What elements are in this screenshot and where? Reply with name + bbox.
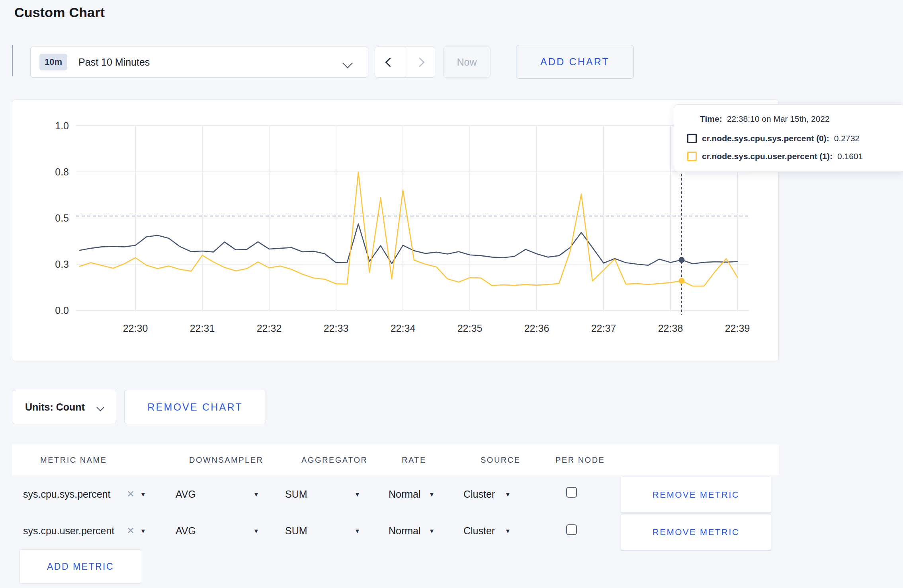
svg-text:22:39: 22:39	[725, 323, 750, 334]
remove-chart-button[interactable]: REMOVE CHART	[124, 390, 266, 424]
dropdown-caret-icon[interactable]: ▼	[505, 528, 511, 534]
tooltip-time-value: 22:38:10 on Mar 15th, 2022	[727, 114, 830, 124]
svg-text:22:32: 22:32	[257, 323, 282, 334]
tooltip-time-label: Time:	[700, 114, 722, 124]
col-header-downsampler: DOWNSAMPLER	[189, 444, 263, 475]
rate-select[interactable]: Normal	[389, 489, 421, 500]
next-time-button[interactable]	[405, 47, 435, 77]
svg-text:22:36: 22:36	[524, 323, 549, 334]
time-range-select[interactable]: 10m Past 10 Minutes	[30, 47, 368, 78]
dropdown-caret-icon[interactable]: ▼	[140, 528, 146, 534]
aggregator-select[interactable]: SUM	[285, 525, 307, 537]
dropdown-caret-icon[interactable]: ▼	[354, 528, 360, 534]
source-select[interactable]: Cluster	[463, 489, 495, 500]
metrics-table-header: METRIC NAME DOWNSAMPLER AGGREGATOR RATE …	[12, 444, 779, 475]
tooltip-series-label: cr.node.sys.cpu.user.percent (1):	[702, 152, 833, 161]
dropdown-caret-icon[interactable]: ▼	[140, 491, 146, 498]
rate-select[interactable]: Normal	[389, 525, 421, 537]
svg-text:22:30: 22:30	[123, 323, 148, 334]
clear-metric-icon[interactable]: ✕	[127, 525, 135, 536]
aggregator-select[interactable]: SUM	[285, 489, 307, 500]
page-title: Custom Chart	[14, 5, 105, 20]
clear-metric-icon[interactable]: ✕	[127, 489, 135, 500]
units-select[interactable]: Units: Count	[12, 390, 116, 424]
tooltip-series-value: 0.2732	[834, 134, 860, 143]
svg-text:0.0: 0.0	[55, 305, 69, 316]
prev-time-button[interactable]	[375, 47, 405, 77]
dropdown-caret-icon[interactable]: ▼	[253, 491, 259, 498]
svg-text:22:34: 22:34	[391, 323, 416, 334]
sys-series-swatch-icon	[687, 134, 697, 143]
dropdown-caret-icon[interactable]: ▼	[429, 491, 435, 498]
chart-card: 0.00.30.50.81.022:3022:3122:3222:3322:34…	[12, 99, 779, 361]
svg-text:22:37: 22:37	[591, 323, 616, 334]
tooltip-series-row: cr.node.sys.cpu.sys.percent (0): 0.2732	[687, 134, 860, 143]
svg-text:0.3: 0.3	[55, 259, 69, 270]
chevron-down-icon	[342, 58, 352, 68]
col-header-rate: RATE	[402, 444, 426, 475]
tooltip-series-label: cr.node.sys.cpu.sys.percent (0):	[702, 134, 829, 143]
chevron-left-icon	[385, 57, 395, 67]
add-metric-button[interactable]: ADD METRIC	[20, 549, 141, 584]
remove-metric-button[interactable]: REMOVE METRIC	[621, 514, 771, 550]
per-node-checkbox[interactable]	[566, 524, 577, 535]
svg-text:1.0: 1.0	[55, 120, 69, 131]
svg-text:22:35: 22:35	[457, 323, 483, 334]
downsampler-select[interactable]: AVG	[176, 489, 196, 500]
chart-tooltip: Time: 22:38:10 on Mar 15th, 2022 cr.node…	[674, 104, 903, 172]
metric-name-select[interactable]: sys.cpu.user.percent	[23, 525, 114, 537]
dropdown-caret-icon[interactable]: ▼	[354, 491, 360, 498]
svg-text:22:38: 22:38	[658, 323, 683, 334]
remove-metric-button[interactable]: REMOVE METRIC	[621, 477, 771, 513]
dropdown-caret-icon[interactable]: ▼	[429, 528, 435, 534]
units-label: Units: Count	[25, 401, 85, 413]
downsampler-select[interactable]: AVG	[176, 525, 196, 537]
add-chart-button[interactable]: ADD CHART	[516, 45, 634, 79]
timeseries-chart[interactable]: 0.00.30.50.81.022:3022:3122:3222:3322:34…	[12, 100, 779, 362]
time-range-badge: 10m	[39, 54, 67, 70]
col-header-aggregator: AGGREGATOR	[301, 444, 368, 475]
time-range-label: Past 10 Minutes	[78, 56, 150, 68]
chevron-right-icon	[415, 57, 425, 67]
metric-name-select[interactable]: sys.cpu.sys.percent	[23, 489, 111, 500]
user-series-swatch-icon	[687, 152, 697, 161]
col-header-per-node: PER NODE	[555, 444, 605, 475]
source-select[interactable]: Cluster	[463, 525, 495, 537]
col-header-source: SOURCE	[481, 444, 521, 475]
svg-text:0.8: 0.8	[55, 166, 69, 177]
dropdown-caret-icon[interactable]: ▼	[253, 528, 259, 534]
svg-text:0.5: 0.5	[55, 212, 69, 224]
now-button[interactable]: Now	[443, 47, 491, 78]
custom-chart-page: Custom Chart 10m Past 10 Minutes Now ADD…	[0, 0, 903, 588]
chevron-down-icon	[96, 403, 104, 411]
svg-text:22:33: 22:33	[324, 323, 349, 334]
svg-text:22:31: 22:31	[190, 323, 215, 334]
per-node-checkbox[interactable]	[566, 487, 577, 498]
vertical-divider	[12, 45, 13, 76]
col-header-metric-name: METRIC NAME	[40, 444, 107, 475]
tooltip-series-row: cr.node.sys.cpu.user.percent (1): 0.1601	[687, 152, 863, 161]
time-nav-group	[375, 47, 435, 78]
tooltip-time-row: Time: 22:38:10 on Mar 15th, 2022	[700, 114, 830, 124]
dropdown-caret-icon[interactable]: ▼	[505, 491, 511, 498]
tooltip-series-value: 0.1601	[837, 152, 863, 161]
